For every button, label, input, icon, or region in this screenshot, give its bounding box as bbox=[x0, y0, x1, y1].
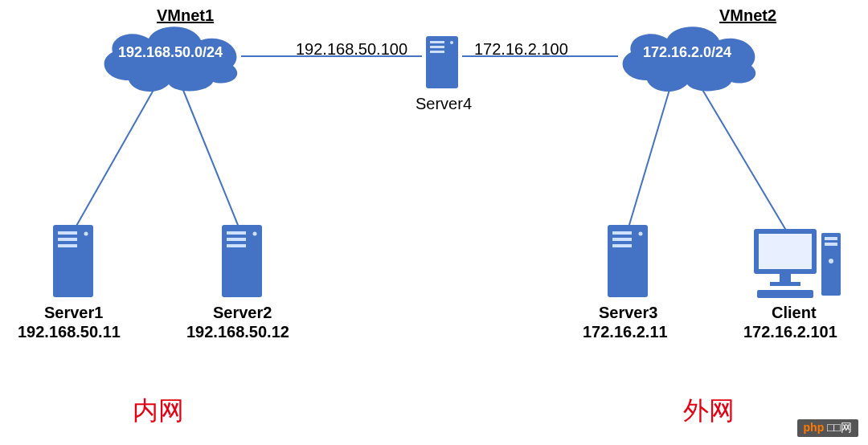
svg-line-5 bbox=[699, 84, 788, 233]
svg-rect-27 bbox=[825, 237, 837, 240]
svg-line-4 bbox=[627, 84, 671, 233]
server3-icon bbox=[603, 225, 653, 304]
svg-rect-12 bbox=[58, 231, 77, 235]
zone-internal: 内网 bbox=[133, 394, 184, 429]
server4-icon bbox=[422, 36, 462, 96]
svg-point-10 bbox=[450, 41, 453, 44]
svg-rect-6 bbox=[426, 36, 458, 88]
server-icon bbox=[422, 36, 462, 92]
svg-rect-34 bbox=[757, 290, 813, 298]
svg-rect-31 bbox=[759, 234, 812, 269]
svg-rect-16 bbox=[222, 225, 262, 297]
server4-right-ip: 172.16.2.100 bbox=[474, 40, 568, 59]
pc-icon bbox=[747, 221, 844, 301]
svg-rect-11 bbox=[53, 225, 93, 297]
server2-ip: 192.168.50.12 bbox=[186, 323, 289, 341]
server3-name: Server3 bbox=[599, 304, 657, 322]
client-name: Client bbox=[772, 304, 817, 322]
svg-rect-22 bbox=[612, 231, 632, 235]
watermark-brand: php bbox=[804, 421, 825, 434]
svg-rect-19 bbox=[227, 244, 246, 247]
server1-icon bbox=[48, 225, 98, 304]
svg-rect-17 bbox=[227, 231, 246, 235]
svg-rect-24 bbox=[612, 244, 632, 247]
svg-rect-21 bbox=[608, 225, 648, 297]
svg-point-29 bbox=[829, 259, 833, 263]
watermark: php □□网 bbox=[797, 419, 858, 437]
watermark-suffix: □□网 bbox=[827, 421, 852, 434]
svg-rect-14 bbox=[58, 244, 77, 247]
server4-name: Server4 bbox=[416, 95, 472, 113]
server-icon bbox=[217, 225, 267, 301]
server1-name: Server1 bbox=[44, 304, 103, 322]
svg-line-1 bbox=[181, 84, 241, 233]
svg-rect-28 bbox=[825, 243, 837, 246]
server2-name: Server2 bbox=[213, 304, 272, 322]
client-icon bbox=[747, 221, 844, 304]
diagram-canvas: VMnet1 192.168.50.0/24 VMnet2 172.16.2.0… bbox=[0, 0, 868, 445]
svg-rect-33 bbox=[770, 282, 800, 286]
server2-icon bbox=[217, 225, 267, 304]
svg-rect-8 bbox=[430, 46, 444, 48]
vmnet2-subnet: 172.16.2.0/24 bbox=[643, 44, 731, 61]
svg-point-25 bbox=[639, 232, 643, 236]
svg-rect-9 bbox=[430, 51, 444, 53]
server3-ip: 172.16.2.11 bbox=[583, 323, 668, 341]
server-icon bbox=[48, 225, 98, 301]
svg-rect-23 bbox=[612, 238, 632, 241]
svg-point-20 bbox=[253, 232, 257, 236]
svg-line-0 bbox=[72, 84, 157, 233]
vmnet1-title: VMnet1 bbox=[157, 6, 214, 25]
svg-rect-13 bbox=[58, 238, 77, 241]
svg-rect-7 bbox=[430, 41, 444, 43]
svg-point-15 bbox=[84, 232, 88, 236]
svg-rect-18 bbox=[227, 238, 246, 241]
server1-ip: 192.168.50.11 bbox=[18, 323, 121, 341]
server4-left-ip: 192.168.50.100 bbox=[296, 40, 407, 59]
svg-rect-32 bbox=[780, 274, 791, 282]
vmnet2-title: VMnet2 bbox=[719, 6, 776, 25]
server-icon bbox=[603, 225, 653, 301]
svg-rect-26 bbox=[821, 233, 841, 296]
client-ip: 172.16.2.101 bbox=[743, 323, 837, 341]
zone-external: 外网 bbox=[683, 394, 735, 429]
vmnet1-subnet: 192.168.50.0/24 bbox=[118, 44, 223, 61]
